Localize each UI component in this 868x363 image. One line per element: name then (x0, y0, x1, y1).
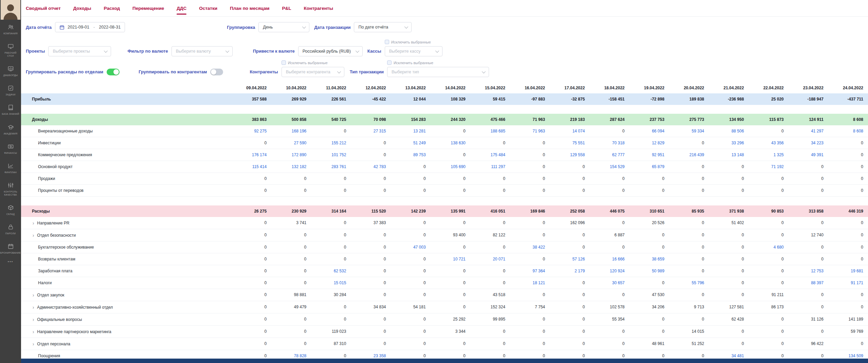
value-link[interactable]: 172 890 (292, 152, 306, 157)
value-link[interactable]: 92 951 (652, 152, 665, 157)
value-link[interactable]: 51 249 (413, 141, 426, 145)
value-link[interactable]: 71 963 (532, 129, 545, 133)
value-link[interactable]: 19 681 (851, 269, 863, 273)
value-link[interactable]: 134 509 (849, 353, 863, 358)
value-link[interactable]: 216 439 (689, 152, 704, 157)
value-link[interactable]: 50 989 (652, 269, 665, 273)
sidebar-more-button[interactable]: ••• (8, 260, 14, 264)
tab-balances[interactable]: Остатки (199, 0, 217, 16)
value-link[interactable]: 55 796 (692, 280, 704, 285)
sidebar-item-passwords[interactable]: ПАРОЛИ (0, 220, 21, 239)
sidebar-item-finplan[interactable]: ФИНПЛАН (0, 159, 21, 178)
value-link[interactable]: 188 685 (490, 129, 505, 133)
expand-icon[interactable]: › (33, 304, 34, 310)
value-link[interactable]: 27 590 (294, 141, 307, 145)
expand-icon[interactable]: › (33, 316, 34, 322)
value-link[interactable]: 34 223 (811, 141, 824, 145)
value-link[interactable]: 89 753 (413, 152, 426, 157)
value-link[interactable]: 105 690 (451, 164, 465, 169)
sidebar-item-finance[interactable]: ФИНАНСЫ (0, 139, 21, 159)
value-link[interactable]: 38 422 (532, 245, 545, 250)
value-link[interactable]: 8 608 (853, 129, 863, 133)
counterparties-exclude-checkbox[interactable]: Исключить выбранные (282, 60, 344, 65)
value-link[interactable]: 16 666 (612, 257, 625, 261)
report-date-to[interactable]: 2022-08-31 (99, 25, 121, 30)
group-by-counterparty-toggle[interactable] (210, 69, 223, 75)
value-link[interactable]: 65 879 (652, 164, 665, 169)
value-link[interactable]: 62 532 (334, 269, 346, 273)
sidebar-item-dashboards[interactable]: ДАШБОРДЫ (0, 61, 21, 81)
value-link[interactable]: 59 334 (692, 129, 704, 133)
value-link[interactable]: 111 297 (491, 164, 505, 169)
value-link[interactable]: 33 296 (731, 141, 744, 145)
value-link[interactable]: 129 558 (570, 152, 585, 157)
expand-icon[interactable]: › (33, 220, 34, 225)
value-link[interactable]: 75 551 (572, 141, 585, 145)
value-link[interactable]: 2 179 (575, 269, 585, 273)
value-link[interactable]: 43 356 (771, 141, 784, 145)
value-link[interactable]: 34 481 (731, 353, 744, 358)
value-link[interactable]: 57 126 (572, 257, 585, 261)
expand-icon[interactable]: › (33, 328, 34, 334)
value-link[interactable]: 66 094 (652, 129, 665, 133)
value-link[interactable]: 97 364 (532, 269, 545, 273)
value-link[interactable]: 30 657 (612, 280, 625, 285)
value-link[interactable]: 176 174 (252, 152, 267, 157)
horizontal-scrollbar[interactable] (21, 359, 868, 363)
value-link[interactable]: 15 015 (334, 280, 346, 285)
report-date-from[interactable]: 2021-09-01 (68, 25, 89, 30)
value-link[interactable]: 91 171 (851, 280, 863, 285)
value-link[interactable]: 4 680 (774, 245, 784, 250)
value-link[interactable]: 88 397 (811, 280, 824, 285)
group-by-department-toggle[interactable] (107, 69, 120, 75)
value-link[interactable]: 71 192 (771, 164, 784, 169)
tab-counterparties[interactable]: Контрагенты (304, 0, 333, 16)
expand-icon[interactable]: › (33, 341, 34, 346)
value-link[interactable]: 154 529 (610, 164, 625, 169)
sidebar-item-knowledge[interactable]: БАЗА ЗНАНИЙ (0, 100, 21, 120)
value-link[interactable]: 14 074 (572, 129, 585, 133)
transaction-type-select[interactable]: Выберите тип (387, 67, 489, 77)
sidebar-item-warehouse[interactable]: СКЛАД (0, 200, 21, 220)
sidebar-item-academy[interactable]: АКАДЕМИЯ (0, 120, 21, 139)
tab-monthly-plan[interactable]: План по месяцам (230, 0, 270, 16)
sidebar-item-company[interactable]: КОМПАНИЯ (0, 20, 21, 39)
value-link[interactable]: 120 924 (610, 269, 625, 273)
value-link[interactable]: 78 828 (294, 353, 307, 358)
cashbox-exclude-checkbox[interactable]: Исключить выбранные (385, 40, 442, 44)
value-link[interactable]: 138 630 (451, 141, 465, 145)
value-link[interactable]: 283 761 (331, 164, 346, 169)
value-link[interactable]: 49 391 (811, 152, 824, 157)
convert-currency-select[interactable]: Российский рубль (RUB) (298, 46, 363, 56)
value-link[interactable]: 38 659 (652, 257, 665, 261)
transaction-date-select[interactable]: По дате отчёта (354, 22, 412, 32)
value-link[interactable]: 13 281 (413, 129, 426, 133)
tab-summary-report[interactable]: Сводный отчет (26, 0, 61, 16)
value-link[interactable]: 47 003 (413, 245, 426, 250)
sidebar-item-tasks[interactable]: ЗАДАЧИ (0, 81, 21, 100)
value-link[interactable]: 92 275 (254, 129, 267, 133)
cashbox-select[interactable]: Выберите кассу (385, 46, 442, 56)
tab-pl[interactable]: P&L (282, 0, 291, 16)
tab-income[interactable]: Доходы (73, 0, 91, 16)
tab-dds[interactable]: ДДС (177, 0, 186, 16)
value-link[interactable]: 175 484 (490, 152, 505, 157)
grouping-select[interactable]: День (258, 22, 309, 32)
value-link[interactable]: 20 071 (493, 257, 505, 261)
report-date-range[interactable]: 2021-09-01 - 2022-08-31 (55, 22, 125, 32)
value-link[interactable]: 115 414 (252, 164, 267, 169)
tab-transfer[interactable]: Перемещение (132, 0, 164, 16)
expand-icon[interactable]: › (33, 232, 34, 238)
value-link[interactable]: 168 196 (292, 129, 306, 133)
sidebar-item-quality[interactable]: КОНТРОЛЬ КАЧЕСТВА (0, 178, 21, 200)
value-link[interactable]: 88 506 (731, 129, 744, 133)
value-link[interactable]: 62 777 (612, 152, 625, 157)
value-link[interactable]: 41 297 (811, 129, 824, 133)
value-link[interactable]: 155 212 (331, 141, 346, 145)
value-link[interactable]: 12 829 (652, 141, 665, 145)
currency-filter-select[interactable]: Выберите валюту (171, 46, 233, 56)
transaction-type-exclude-checkbox[interactable]: Исключить выбранные (387, 60, 489, 65)
sidebar-item-booking[interactable]: БРОНИРОВАНИЕ (0, 239, 21, 258)
projects-select[interactable]: Выберите проекты (48, 46, 111, 56)
value-link[interactable]: 132 182 (292, 164, 306, 169)
